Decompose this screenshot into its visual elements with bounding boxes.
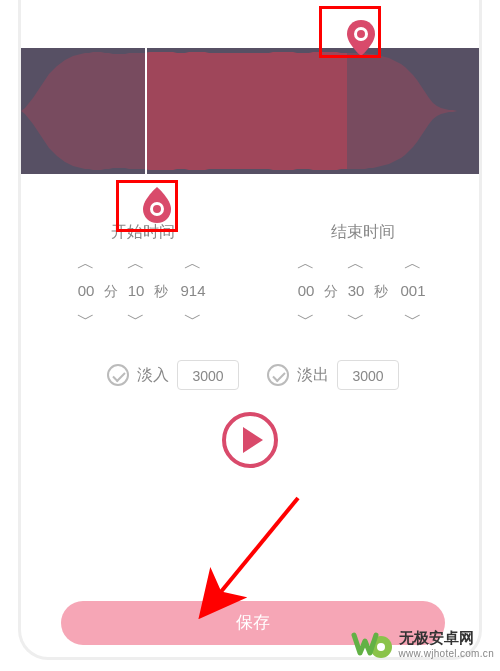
start-ms-down[interactable]: ﹀ xyxy=(171,307,215,331)
fade-out-group: 淡出 3000 xyxy=(267,360,399,390)
highlight-end-marker xyxy=(319,6,381,58)
sec-unit: 秒 xyxy=(151,251,171,331)
start-min-down[interactable]: ﹀ xyxy=(71,307,101,331)
svg-point-4 xyxy=(377,643,385,651)
start-min-up[interactable]: ︿ xyxy=(71,251,101,275)
svg-line-2 xyxy=(206,498,298,610)
end-ms-up[interactable]: ︿ xyxy=(391,251,435,275)
watermark-title: 无极安卓网 xyxy=(399,629,494,648)
watermark-logo-icon xyxy=(351,623,393,665)
fade-out-checkbox[interactable] xyxy=(267,364,289,386)
start-time-block: 开始时间 ︿ 00 ﹀ 分 ︿ 10 ﹀ 秒 ︿ xyxy=(43,222,243,331)
start-min-val: 00 xyxy=(71,275,101,307)
waveform-trim-left xyxy=(21,48,145,174)
end-sec-up[interactable]: ︿ xyxy=(341,251,371,275)
fade-out-label: 淡出 xyxy=(297,365,329,386)
waveform-trim-right xyxy=(347,48,482,174)
play-button[interactable] xyxy=(222,412,278,468)
start-sec-down[interactable]: ﹀ xyxy=(121,307,151,331)
end-min-val: 00 xyxy=(291,275,321,307)
fade-in-input[interactable]: 3000 xyxy=(177,360,239,390)
watermark-url: www.wjhotel.com.cn xyxy=(399,648,494,659)
fade-in-checkbox[interactable] xyxy=(107,364,129,386)
end-ms-down[interactable]: ﹀ xyxy=(391,307,435,331)
highlight-start-marker xyxy=(116,180,178,232)
start-sec-val: 10 xyxy=(121,275,151,307)
end-sec-val: 30 xyxy=(341,275,371,307)
min-unit: 分 xyxy=(101,251,121,331)
fade-in-group: 淡入 3000 xyxy=(107,360,239,390)
end-min-up[interactable]: ︿ xyxy=(291,251,321,275)
start-ms-val: 914 xyxy=(171,275,215,307)
end-time-label: 结束时间 xyxy=(263,222,463,243)
end-time-block: 结束时间 ︿ 00 ﹀ 分 ︿ 30 ﹀ 秒 ︿ xyxy=(263,222,463,331)
start-sec-up[interactable]: ︿ xyxy=(121,251,151,275)
waveform[interactable] xyxy=(21,48,482,174)
sec-unit-2: 秒 xyxy=(371,251,391,331)
watermark: 无极安卓网 www.wjhotel.com.cn xyxy=(351,623,494,665)
end-min-down[interactable]: ﹀ xyxy=(291,307,321,331)
annotation-arrow-icon xyxy=(188,490,308,630)
end-sec-down[interactable]: ﹀ xyxy=(341,307,371,331)
start-ms-up[interactable]: ︿ xyxy=(171,251,215,275)
playhead[interactable] xyxy=(145,48,147,174)
fade-out-input[interactable]: 3000 xyxy=(337,360,399,390)
fade-in-label: 淡入 xyxy=(137,365,169,386)
min-unit-2: 分 xyxy=(321,251,341,331)
end-ms-val: 001 xyxy=(391,275,435,307)
